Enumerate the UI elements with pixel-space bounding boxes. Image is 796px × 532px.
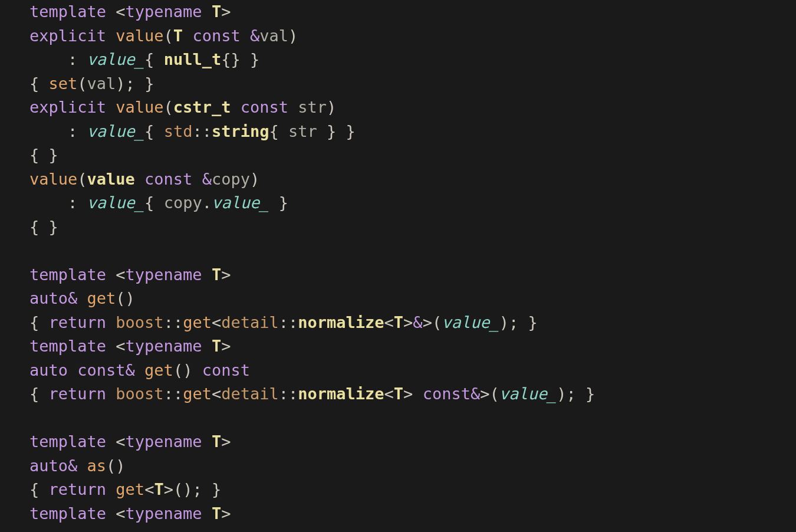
code-line: template <typename T>	[29, 2, 231, 21]
code-line: : value_{ copy.value_ }	[29, 193, 288, 212]
code-line: { }	[29, 146, 58, 164]
code-line: : value_{ null_t{} }	[29, 50, 259, 68]
code-line: value(value const &copy)	[29, 170, 259, 188]
type-cstr_t: cstr_t	[173, 98, 231, 116]
keyword-return: return	[49, 313, 107, 331]
type-T: T	[212, 2, 221, 21]
type-normalize: normalize	[298, 313, 384, 331]
keyword-explicit: explicit	[29, 27, 106, 45]
keyword-template: template	[29, 2, 106, 21]
code-line: template <typename T>	[29, 265, 231, 284]
code-line: explicit value(cstr_t const str)	[29, 98, 336, 116]
param-copy: copy	[212, 170, 250, 188]
keyword-auto: auto	[29, 289, 68, 307]
fn-as: as	[87, 457, 107, 475]
code-line: template <typename T>	[29, 432, 231, 451]
code-line: auto& get()	[29, 289, 135, 307]
type-null_t: null_t	[164, 50, 222, 68]
ns-std: std	[164, 122, 193, 140]
code-line: { return get<T>(); }	[29, 480, 221, 498]
code-line: { }	[29, 218, 58, 236]
code-line: explicit value(T const &val)	[29, 27, 298, 45]
code-line: auto const& get() const	[29, 361, 250, 379]
code-block: template <typename T> explicit value(T c…	[0, 0, 796, 526]
code-line: { return boost::get<detail::normalize<T>…	[29, 313, 538, 331]
ctor-value: value	[116, 27, 163, 45]
code-line: { set(val); }	[29, 74, 154, 93]
code-line: : value_{ std::string{ str } }	[29, 122, 356, 140]
fn-get: get	[87, 289, 116, 307]
keyword-typename: typename	[126, 2, 202, 21]
code-line: auto& as()	[29, 457, 126, 475]
fn-set: set	[49, 74, 78, 93]
type-string: string	[212, 122, 269, 140]
code-line: { return boost::get<detail::normalize<T>…	[29, 385, 595, 403]
ns-boost: boost	[116, 313, 163, 331]
member-value: value_	[87, 50, 145, 68]
code-line: template <typename T>	[29, 337, 231, 355]
ns-detail: detail	[221, 313, 279, 331]
param-str: str	[298, 98, 327, 116]
param-val: val	[259, 27, 288, 45]
code-line: template <typename T>	[29, 504, 231, 523]
